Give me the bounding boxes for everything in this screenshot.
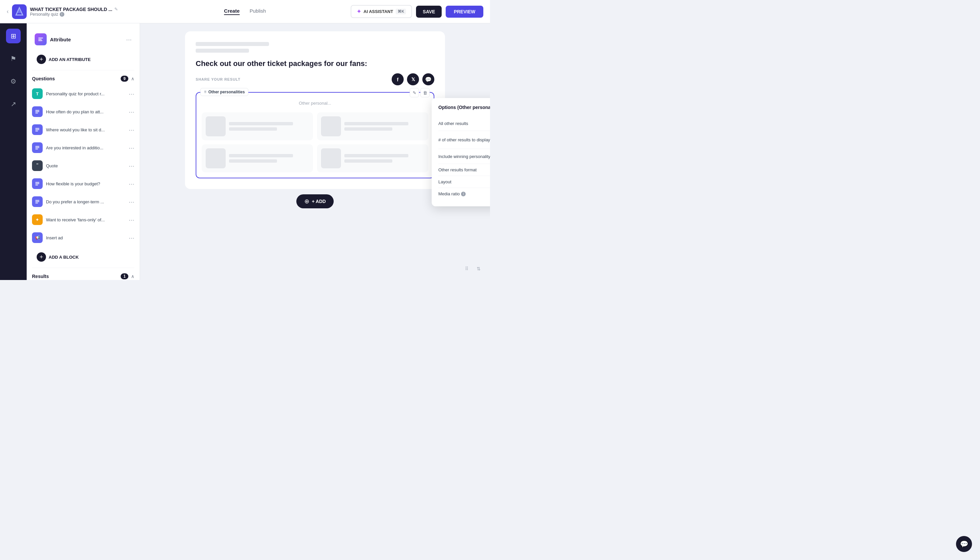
question-more-icon[interactable]: ··· xyxy=(129,162,134,169)
add-block-button[interactable]: + ADD A BLOCK xyxy=(32,249,83,265)
edit-block-button[interactable]: ✎ xyxy=(410,88,419,97)
question-item[interactable]: Are you interested in additio... ··· xyxy=(27,139,140,156)
personality-card-1 xyxy=(202,112,313,140)
facebook-share-icon[interactable]: f xyxy=(392,73,404,85)
question-icon xyxy=(32,178,43,189)
card-line xyxy=(229,154,293,157)
sidebar-icon-share[interactable]: ↗ xyxy=(6,97,21,111)
skeleton-line-2 xyxy=(196,49,249,53)
add-attribute-label: ADD AN ATTRIBUTE xyxy=(49,57,91,62)
arrow-icon-2[interactable]: ⇅ xyxy=(474,264,483,273)
questions-chevron-icon[interactable]: ∧ xyxy=(131,76,134,81)
results-chevron-icon[interactable]: ∧ xyxy=(131,274,134,279)
question-more-icon[interactable]: ··· xyxy=(129,126,134,133)
back-icon[interactable]: ‹ xyxy=(7,8,9,15)
svg-rect-7 xyxy=(35,111,39,112)
tab-create[interactable]: Create xyxy=(224,8,240,15)
svg-rect-13 xyxy=(35,147,39,148)
question-text: Insert ad xyxy=(46,235,63,240)
card-line xyxy=(229,127,277,131)
attribute-more-icon[interactable]: ··· xyxy=(126,36,132,43)
add-icon: + xyxy=(37,55,46,64)
results-section-header: Results 1 ∧ xyxy=(27,271,140,280)
sidebar-icon-panel: ⊞ ⚑ ⚙ ↗ xyxy=(0,23,27,280)
question-icon: T xyxy=(32,88,43,99)
card-line xyxy=(344,122,408,125)
delete-block-button[interactable]: 🗑 xyxy=(420,88,430,97)
left-panel: Attribute ··· + ADD AN ATTRIBUTE Questio… xyxy=(27,23,140,280)
question-icon xyxy=(32,106,43,117)
whatsapp-share-icon[interactable]: 💬 xyxy=(422,73,434,85)
question-item[interactable]: " Quote ··· xyxy=(27,157,140,174)
sidebar-icon-gear[interactable]: ⚙ xyxy=(6,74,21,89)
info-icon[interactable]: i xyxy=(60,12,64,17)
save-button[interactable]: SAVE xyxy=(416,6,442,18)
topbar-actions: ✦ AI ASSISTANT ⌘K SAVE PREVIEW xyxy=(351,5,483,18)
personalities-inner: Other personal... xyxy=(202,98,428,172)
share-row: SHARE YOUR RESULT f 𝕏 💬 xyxy=(196,73,434,85)
questions-list: T Personality quiz for product r... ··· … xyxy=(27,85,140,246)
media-ratio-row: Media ratio i From settings ▾ xyxy=(438,188,490,200)
twitter-share-icon[interactable]: 𝕏 xyxy=(407,73,419,85)
other-personalities-label: Other personal... xyxy=(202,98,428,108)
ai-shortcut-badge: ⌘K xyxy=(396,9,406,14)
svg-rect-9 xyxy=(35,128,39,129)
divider-1 xyxy=(32,70,134,70)
question-more-icon[interactable]: ··· xyxy=(129,198,134,205)
svg-rect-16 xyxy=(35,183,39,184)
block-tab[interactable]: ⠿ Other personalities xyxy=(200,88,248,96)
question-more-icon[interactable]: ··· xyxy=(129,180,134,187)
quiz-card: Check out our other ticket packages for … xyxy=(185,31,445,189)
attribute-label: Attribute xyxy=(50,37,71,42)
question-item[interactable]: Do you prefer a longer-term ... ··· xyxy=(27,193,140,210)
question-icon: " xyxy=(32,160,43,171)
svg-rect-4 xyxy=(38,39,42,40)
sidebar-icon-flag[interactable]: ⚑ xyxy=(6,51,21,66)
question-text: Want to receive 'fans-only' of... xyxy=(46,217,105,222)
include-winning-row: Include winning personality xyxy=(438,149,490,164)
question-more-icon[interactable]: ··· xyxy=(129,216,134,223)
card-image-2 xyxy=(321,116,341,136)
card-line xyxy=(344,159,392,163)
attribute-icon xyxy=(35,33,47,45)
question-item[interactable]: ✦ Want to receive 'fans-only' of... ··· xyxy=(27,211,140,228)
svg-rect-3 xyxy=(38,38,43,38)
question-more-icon[interactable]: ··· xyxy=(129,108,134,115)
svg-rect-5 xyxy=(38,40,42,41)
question-item[interactable]: 📢 Insert ad ··· xyxy=(27,229,140,246)
bottom-arrows: ⠿ ⇅ xyxy=(462,264,483,273)
svg-rect-8 xyxy=(35,113,38,113)
add-content-button[interactable]: ⊕ + ADD xyxy=(296,194,334,208)
question-item[interactable]: T Personality quiz for product r... ··· xyxy=(27,85,140,102)
add-attribute-button[interactable]: + ADD AN ATTRIBUTE xyxy=(32,51,95,67)
question-item[interactable]: How flexible is your budget? ··· xyxy=(27,175,140,192)
card-line xyxy=(229,122,293,125)
media-ratio-info-icon[interactable]: i xyxy=(461,192,466,196)
tab-publish[interactable]: Publish xyxy=(250,8,266,15)
ai-assistant-button[interactable]: ✦ AI ASSISTANT ⌘K xyxy=(351,5,412,18)
other-results-format-row: Other results format Title + % ▾ xyxy=(438,164,490,176)
options-panel: Options (Other personalities) All other … xyxy=(432,98,490,206)
add-block-label: ADD A BLOCK xyxy=(49,255,79,260)
main-layout: ⊞ ⚑ ⚙ ↗ Attribute ··· + ADD AN ATTRIBUTE… xyxy=(0,23,490,280)
svg-rect-6 xyxy=(35,110,39,111)
question-text: Are you interested in additio... xyxy=(46,145,103,150)
ai-button-label: AI ASSISTANT xyxy=(364,9,393,14)
svg-rect-17 xyxy=(35,185,38,185)
edit-title-icon[interactable]: ✎ xyxy=(114,7,118,12)
divider-2 xyxy=(32,268,134,268)
question-more-icon[interactable]: ··· xyxy=(129,144,134,151)
question-item[interactable]: Where would you like to sit d... ··· xyxy=(27,121,140,138)
preview-button[interactable]: PREVIEW xyxy=(446,6,483,18)
other-results-format-label: Other results format xyxy=(438,167,477,172)
questions-title: Questions xyxy=(32,76,55,81)
add-row: ⊕ + ADD xyxy=(296,194,334,208)
results-title: Results xyxy=(32,274,49,279)
question-more-icon[interactable]: ··· xyxy=(129,234,134,241)
sidebar-icon-grid[interactable]: ⊞ xyxy=(6,29,21,43)
question-more-icon[interactable]: ··· xyxy=(129,90,134,97)
question-item[interactable]: How often do you plan to att... ··· xyxy=(27,103,140,120)
share-label: SHARE YOUR RESULT xyxy=(196,77,240,81)
arrow-icon-1[interactable]: ⠿ xyxy=(462,264,471,273)
question-text: Quote xyxy=(46,163,58,168)
